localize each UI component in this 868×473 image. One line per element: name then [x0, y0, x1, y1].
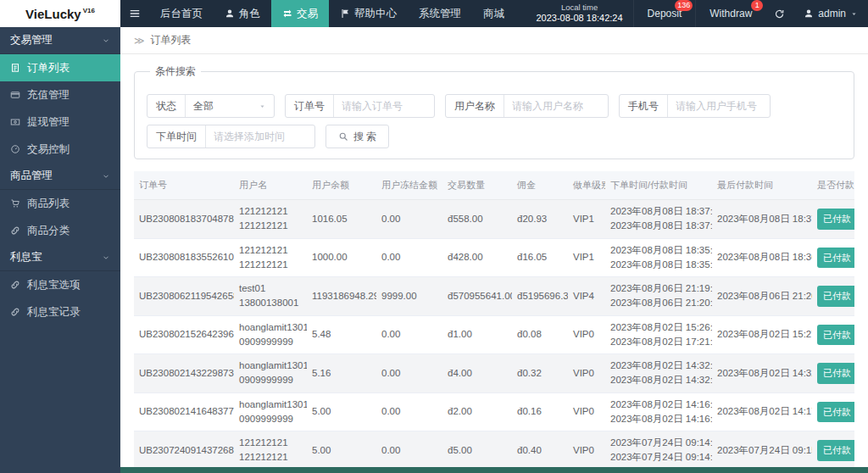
username-label: 用户名称 — [446, 95, 504, 117]
paid-status-button[interactable]: 已付款 — [817, 402, 854, 423]
sidebar-item-label: 利息宝选项 — [27, 278, 81, 292]
cell-balance: 5.00 — [307, 431, 376, 470]
caret-down-icon — [259, 103, 266, 110]
cell-order-no: UB2308081835526103 — [134, 238, 234, 277]
sidebar-item[interactable]: 商品列表 — [0, 190, 120, 217]
cell-level: VIP0 — [568, 392, 605, 431]
sidebar-item[interactable]: 充值管理 — [0, 81, 120, 109]
sidebar-item[interactable]: 商品分类 — [0, 217, 120, 244]
topnav-item-label: 角色 — [239, 7, 260, 21]
sidebar-group-title[interactable]: 利息宝 — [0, 244, 120, 271]
cell-order-pay-times: 2023年07月24日 09:14:372023年07月24日 09:14:44 — [605, 431, 712, 470]
local-time: Local time 2023-08-08 18:42:24 — [526, 0, 632, 27]
cell-commission: đ5195696.33 — [512, 277, 568, 316]
paid-status-button[interactable]: 已付款 — [817, 363, 854, 384]
cell-order-pay-times: 2023年08月02日 14:16:482023年08月02日 14:16:54 — [605, 392, 712, 431]
paid-status-button[interactable]: 已付款 — [817, 209, 854, 230]
link-icon — [10, 307, 20, 317]
withdraw-label: Withdraw — [709, 8, 752, 19]
cell-frozen: 0.00 — [376, 315, 442, 354]
topnav-item-5[interactable]: 系统管理 — [408, 0, 472, 27]
cell-frozen: 9999.00 — [376, 277, 442, 316]
sidebar-group-title[interactable]: 交易管理 — [0, 27, 120, 54]
horizontal-scrollbar[interactable] — [120, 467, 868, 473]
cell-username: hoanglamit13010909999999 — [234, 354, 307, 393]
topnav-item-1[interactable]: 后台首页 — [149, 0, 214, 27]
cell-username: hoanglamit13010909999999 — [234, 392, 307, 431]
cell-commission: đ0.40 — [512, 431, 568, 470]
chevron-down-icon — [102, 172, 110, 181]
logo-text: VieLucky — [25, 7, 81, 21]
topnav-item-label: 帮助中心 — [354, 7, 397, 21]
withdraw-button[interactable]: Withdraw 1 — [695, 0, 765, 27]
local-time-label: Local time — [561, 3, 598, 13]
sidebar-item-label: 提现管理 — [27, 115, 70, 130]
column-header: 佣金 — [512, 171, 568, 200]
username-input[interactable] — [504, 95, 608, 117]
cell-balance: 5.48 — [307, 315, 376, 354]
cell-level: VIP1 — [568, 200, 605, 239]
sidebar-item[interactable]: 利息宝记录 — [0, 298, 120, 326]
cell-last-pay-time: 2023年08月02日 14:32:59 — [712, 354, 812, 393]
topnav-item-6[interactable]: 商城 — [472, 0, 515, 27]
flag-icon — [340, 8, 350, 19]
column-header: 用户余额 — [307, 171, 376, 200]
paid-status-button[interactable]: 已付款 — [817, 440, 854, 461]
sidebar-toggle-button[interactable] — [120, 0, 149, 27]
sidebar-item[interactable]: 利息宝选项 — [0, 271, 120, 298]
menu-icon — [129, 8, 141, 19]
sidebar-item[interactable]: 提现管理 — [0, 109, 120, 136]
cell-balance: 5.00 — [307, 392, 376, 431]
refresh-button[interactable] — [765, 0, 793, 27]
topnav-item-4[interactable]: 帮助中心 — [329, 0, 408, 27]
cell-order-pay-times: 2023年08月02日 14:32:292023年08月02日 14:32:46 — [605, 354, 712, 393]
column-header: 交易数量 — [442, 171, 512, 200]
sidebar-item[interactable]: 交易控制 — [0, 136, 120, 163]
cell-last-pay-time: 2023年08月08日 18:37:34 — [712, 200, 812, 239]
phone-input[interactable] — [668, 95, 770, 117]
sidebar-item-label: 利息宝记录 — [27, 305, 81, 320]
sidebar-group-title[interactable]: 商品管理 — [0, 163, 120, 190]
cart-icon — [10, 198, 20, 209]
cell-paid-status: 已付款 — [812, 315, 854, 354]
search-button[interactable]: 搜 索 — [326, 125, 389, 148]
paid-status-button[interactable]: 已付款 — [817, 286, 854, 307]
search-row-1: 状态 全部 订单号 用户名称 手机 — [147, 94, 842, 118]
admin-menu[interactable]: admin — [793, 0, 868, 27]
local-time-value: 2023-08-08 18:42:24 — [536, 13, 622, 25]
order-row: UB23080818370487811212121211212121211016… — [134, 200, 854, 239]
user-icon — [804, 8, 814, 19]
topnav-item-2[interactable]: 角色 — [214, 0, 271, 27]
order-time-input[interactable] — [206, 125, 314, 147]
cell-balance: 1000.00 — [307, 238, 376, 277]
cell-level: VIP0 — [568, 431, 605, 470]
sidebar-item[interactable]: 订单列表 — [0, 54, 120, 81]
order-no-input[interactable] — [334, 95, 434, 117]
orders-table-header: 订单号用户名用户余额用户冻结金额交易数量佣金做单级别下单时间/付款时间最后付款时… — [134, 171, 854, 200]
cell-last-pay-time: 2023年08月02日 14:17:18 — [712, 392, 812, 431]
topnav-item-3[interactable]: 交易 — [271, 0, 329, 27]
cell-level: VIP0 — [568, 315, 605, 354]
paid-status-button[interactable]: 已付款 — [817, 248, 854, 269]
sidebar-group: 交易管理订单列表充值管理提现管理交易控制 — [0, 27, 120, 163]
cell-username: hoanglamit13010909999999 — [234, 315, 307, 354]
paid-status-button[interactable]: 已付款 — [817, 325, 854, 346]
cell-paid-status: 已付款 — [812, 277, 854, 316]
search-row-2: 下单时间 搜 索 — [147, 125, 842, 148]
cell-order-no: UB2308062119542658 — [134, 277, 234, 316]
deposit-button[interactable]: Deposit 136 — [633, 0, 696, 27]
username-filter: 用户名称 — [445, 94, 609, 118]
refresh-icon — [774, 8, 785, 19]
cell-order-no: UB2308021432298739 — [134, 354, 234, 393]
app-logo[interactable]: VieLucky V16 — [0, 0, 120, 27]
breadcrumb-icon: ≫ — [134, 35, 145, 47]
status-select[interactable]: 全部 — [186, 95, 274, 117]
order-row: UB2308021432298739hoanglamit130109099999… — [134, 354, 854, 393]
cell-frozen: 0.00 — [376, 354, 442, 393]
cell-commission: đ0.08 — [512, 315, 568, 354]
cell-order-no: UB2307240914372684 — [134, 431, 234, 470]
control-icon — [10, 144, 20, 154]
search-button-label: 搜 索 — [353, 130, 376, 144]
column-header: 订单号 — [134, 171, 234, 200]
cell-commission: đ0.16 — [512, 392, 568, 431]
